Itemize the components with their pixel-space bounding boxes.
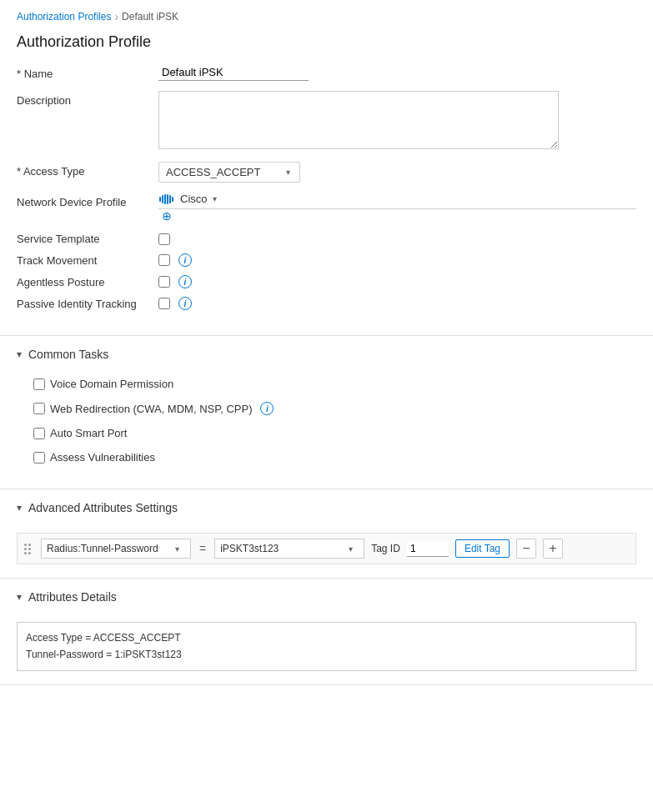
attributes-details-chevron-icon: ▾ [17, 591, 22, 603]
access-type-chevron-icon: ▾ [286, 168, 290, 177]
service-template-checkbox[interactable] [158, 233, 170, 245]
service-template-row: Service Template [17, 233, 636, 245]
passive-identity-tracking-row: Passive Identity Tracking i [17, 297, 636, 310]
device-profile-chevron-icon: ▾ [213, 194, 217, 203]
device-profile-text: Cisco [180, 193, 208, 205]
breadcrumb: Authorization Profiles › Default iPSK [0, 0, 653, 30]
description-label: Description [17, 91, 158, 107]
value-select-wrap[interactable]: iPSKT3st123 ▾ [214, 539, 364, 559]
attribute-select-chevron-icon: ▾ [175, 544, 179, 554]
common-tasks-section: ▾ Common Tasks Voice Domain Permission W… [0, 336, 653, 489]
advanced-attributes-body: Radius:Tunnel-Password ▾ = iPSKT3st123 ▾… [0, 526, 653, 578]
attributes-details-title: Attributes Details [28, 590, 117, 604]
svg-rect-5 [172, 197, 173, 202]
attributes-details-body: Access Type = ACCESS_ACCEPT Tunnel-Passw… [0, 615, 653, 684]
common-tasks-header[interactable]: ▾ Common Tasks [0, 336, 653, 373]
value-select-chevron-icon: ▾ [349, 544, 353, 554]
service-template-label: Service Template [17, 233, 158, 245]
voice-domain-row: Voice Domain Permission [33, 378, 636, 390]
auto-smart-port-checkbox[interactable] [33, 428, 45, 439]
svg-rect-1 [162, 195, 163, 203]
advanced-attributes-chevron-icon: ▾ [17, 502, 22, 514]
track-movement-checkbox[interactable] [158, 254, 170, 266]
attributes-details-box: Access Type = ACCESS_ACCEPT Tunnel-Passw… [17, 622, 636, 671]
drag-handle[interactable] [21, 544, 34, 554]
name-label: * Name [17, 64, 158, 80]
advanced-attributes-title: Advanced Attributes Settings [28, 501, 178, 514]
agentless-posture-row: Agentless Posture i [17, 275, 636, 288]
web-redirection-row: Web Redirection (CWA, MDM, NSP, CPP) i [33, 402, 636, 415]
access-type-row: * Access Type ACCESS_ACCEPT ACCESS_REJEC… [17, 162, 636, 183]
form-section: * Name Description * Access Type ACCESS_… [0, 64, 653, 336]
device-profile-selector[interactable]: Cisco ▾ [158, 193, 636, 209]
attribute-select-wrap[interactable]: Radius:Tunnel-Password ▾ [41, 539, 191, 559]
breadcrumb-separator: › [114, 10, 118, 23]
network-device-profile-row: Network Device Profile Cisco ▾ ⊕ [17, 193, 636, 223]
access-type-select[interactable]: ACCESS_ACCEPT ACCESS_REJECT [166, 166, 283, 178]
value-select[interactable]: iPSKT3st123 [220, 543, 345, 554]
globe-icon[interactable]: ⊕ [162, 209, 172, 223]
common-tasks-chevron-icon: ▾ [17, 348, 22, 360]
breadcrumb-parent-link[interactable]: Authorization Profiles [17, 11, 111, 23]
page-title: Authorization Profile [0, 30, 653, 64]
equals-sign: = [198, 542, 208, 555]
drag-dots-middle [24, 548, 31, 550]
track-movement-label: Track Movement [17, 254, 158, 267]
voice-domain-label: Voice Domain Permission [50, 378, 173, 390]
add-attribute-button[interactable]: + [543, 539, 563, 559]
access-type-label: * Access Type [17, 162, 158, 178]
track-movement-info-icon[interactable]: i [178, 253, 192, 267]
network-device-profile-label: Network Device Profile [17, 193, 158, 208]
assess-vulnerabilities-row: Assess Vulnerabilities [33, 451, 636, 464]
advanced-attributes-section: ▾ Advanced Attributes Settings Radius:Tu… [0, 489, 653, 579]
passive-identity-tracking-checkbox[interactable] [158, 298, 170, 309]
agentless-posture-info-icon[interactable]: i [178, 275, 192, 288]
access-type-control: ACCESS_ACCEPT ACCESS_REJECT ▾ [158, 162, 636, 183]
tag-id-label: Tag ID [371, 543, 400, 554]
name-row: * Name [17, 64, 636, 81]
description-control [158, 91, 636, 152]
assess-vulnerabilities-label: Assess Vulnerabilities [50, 451, 155, 464]
attributes-details-section: ▾ Attributes Details Access Type = ACCES… [0, 579, 653, 685]
attributes-details-line1: Access Type = ACCESS_ACCEPT [26, 629, 627, 646]
passive-identity-tracking-info-icon[interactable]: i [178, 297, 192, 310]
svg-rect-2 [164, 194, 166, 204]
svg-rect-4 [169, 195, 171, 203]
adv-attribute-row: Radius:Tunnel-Password ▾ = iPSKT3st123 ▾… [17, 533, 636, 564]
web-redirection-checkbox[interactable] [33, 403, 45, 414]
name-input[interactable] [158, 64, 309, 81]
remove-attribute-button[interactable]: − [516, 539, 536, 559]
drag-dots-top [24, 544, 31, 546]
description-row: Description [17, 91, 636, 152]
voice-domain-checkbox[interactable] [33, 378, 45, 390]
tag-id-input[interactable] [407, 541, 449, 557]
cisco-logo-icon [158, 193, 175, 205]
name-control [158, 64, 636, 81]
svg-rect-0 [159, 197, 161, 202]
common-tasks-body: Voice Domain Permission Web Redirection … [0, 373, 653, 489]
network-device-profile-control: Cisco ▾ ⊕ [158, 193, 636, 223]
track-movement-row: Track Movement i [17, 253, 636, 267]
breadcrumb-current: Default iPSK [122, 11, 178, 23]
passive-identity-tracking-label: Passive Identity Tracking [17, 298, 158, 310]
description-input[interactable] [158, 91, 559, 149]
common-tasks-title: Common Tasks [28, 348, 108, 361]
attributes-details-line2: Tunnel-Password = 1:iPSKT3st123 [26, 646, 627, 663]
agentless-posture-label: Agentless Posture [17, 276, 158, 288]
svg-rect-3 [167, 194, 168, 204]
edit-tag-button[interactable]: Edit Tag [455, 539, 510, 558]
drag-dots-bottom [24, 552, 31, 554]
auto-smart-port-row: Auto Smart Port [33, 427, 636, 439]
web-redirection-label: Web Redirection (CWA, MDM, NSP, CPP) [50, 403, 252, 415]
attributes-details-header[interactable]: ▾ Attributes Details [0, 579, 653, 615]
auto-smart-port-label: Auto Smart Port [50, 427, 127, 439]
attribute-select[interactable]: Radius:Tunnel-Password [47, 543, 172, 554]
web-redirection-info-icon[interactable]: i [260, 402, 274, 415]
access-type-select-wrap[interactable]: ACCESS_ACCEPT ACCESS_REJECT ▾ [158, 162, 300, 183]
agentless-posture-checkbox[interactable] [158, 276, 170, 288]
advanced-attributes-header[interactable]: ▾ Advanced Attributes Settings [0, 489, 653, 526]
assess-vulnerabilities-checkbox[interactable] [33, 452, 45, 464]
